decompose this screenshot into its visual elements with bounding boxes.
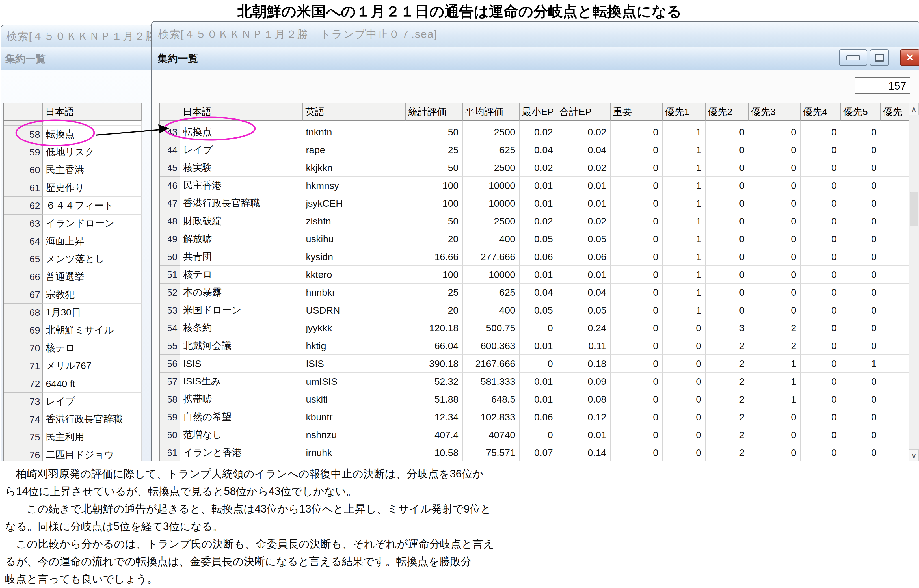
vertical-scrollbar[interactable]: ∧ ∨	[909, 103, 919, 461]
record-count-field[interactable]: 157	[855, 78, 910, 94]
column-header-2[interactable]: 英語	[303, 103, 406, 121]
value-cell: 0	[662, 408, 706, 426]
column-header-11[interactable]: 優先4	[801, 103, 841, 121]
value-cell: 0	[801, 159, 841, 177]
table-row[interactable]: 67宗教犯	[4, 286, 142, 304]
column-header-13[interactable]: 優先	[881, 103, 909, 121]
column-header-3[interactable]: 統計評価	[406, 103, 463, 121]
table-row[interactable]: 55北戴河会議hktig66.04600.3630.010.11002200	[160, 337, 909, 355]
scrollbar-thumb[interactable]	[910, 192, 919, 226]
table-row[interactable]: 726440 ft	[4, 375, 142, 393]
table-row[interactable]: 60范増なしnshnzu407.44074000.01002000	[160, 426, 909, 444]
table-row[interactable]: 47香港行政長官辞職jsykCEH100100000.010.01010000	[160, 194, 909, 212]
value-cell: 0.14	[557, 444, 611, 461]
table-row[interactable]: 56ISISISIS390.182167.66600.18002101	[160, 355, 909, 373]
value-cell	[881, 319, 909, 337]
value-cell	[881, 177, 909, 194]
table-row[interactable]: 45核実験kkjkkn5025000.020.02010000	[160, 159, 909, 177]
column-header-1[interactable]: 日本語	[180, 103, 303, 121]
table-row[interactable]: 74香港行政長官辞職	[4, 410, 142, 428]
column-header-12[interactable]: 優先5	[841, 103, 881, 121]
footer-line: なる。同様に分岐点は5位を経て3位になる。	[5, 518, 486, 535]
table-row[interactable]: 60民主香港	[4, 161, 142, 179]
table-row[interactable]: 51核テロkktero100100000.010.01010000	[160, 266, 909, 284]
japanese-cell: 低地リスク	[43, 143, 142, 161]
table-row[interactable]: 73レイプ	[4, 393, 142, 410]
table-row[interactable]: 66普通選挙	[4, 268, 142, 286]
row-number-cell: 76	[12, 446, 43, 461]
column-header-10[interactable]: 優先3	[749, 103, 801, 121]
minimize-button[interactable]	[839, 50, 867, 66]
table-row[interactable]: 44レイプrape256250.040.04010000	[160, 141, 909, 159]
scrollbar-down-button[interactable]: ∨	[909, 449, 919, 461]
value-cell: 0	[611, 301, 662, 319]
table-row[interactable]: 53米国ドローンUSDRN204000.050.05010000	[160, 301, 909, 319]
value-cell	[881, 230, 909, 248]
row-number-cell: 62	[12, 197, 43, 215]
column-header-8[interactable]: 優先1	[662, 103, 706, 121]
value-cell: 0	[611, 230, 662, 248]
table-row[interactable]: 63イランドローン	[4, 215, 142, 233]
row-number-cell: 59	[168, 408, 180, 426]
table-row[interactable]: 43転換点tnkntn5025000.020.02010000	[160, 123, 909, 141]
column-header-6[interactable]: 合計EP	[557, 103, 611, 121]
column-header-5[interactable]: 最小EP	[520, 103, 557, 121]
table-row[interactable]: 48財政破綻zishtn5025000.020.02010000	[160, 212, 909, 230]
value-cell: 0	[841, 408, 881, 426]
scrollbar-up-button[interactable]: ∧	[909, 103, 919, 115]
close-button[interactable]: ✕	[900, 50, 919, 66]
table-row[interactable]: 75民主利用	[4, 428, 142, 446]
left-panel-title: 集約一覧	[5, 52, 46, 66]
table-row[interactable]: 70核テロ	[4, 339, 142, 357]
row-number-cell: 63	[12, 215, 43, 233]
value-cell: 0.02	[557, 123, 611, 141]
value-cell: 2	[706, 373, 749, 390]
table-row[interactable]: 681月30日	[4, 304, 142, 321]
table-row[interactable]: 49解放嘘uskihu204000.050.05010000	[160, 230, 909, 248]
value-cell: 0	[841, 337, 881, 355]
table-row[interactable]: 52本の暴露hnnbkr256250.040.04010000	[160, 284, 909, 301]
value-cell: 2500	[463, 159, 520, 177]
value-cell: 0	[706, 248, 749, 266]
row-strip-cell	[4, 375, 12, 393]
table-row[interactable]: 57ISIS生みumISIS52.32581.3330.010.09002100	[160, 373, 909, 390]
value-cell: 0	[611, 337, 662, 355]
value-cell: 390.18	[406, 355, 463, 373]
table-row[interactable]: 59自然の希望kbuntr12.34102.8330.060.12002000	[160, 408, 909, 426]
row-strip-cell	[160, 373, 168, 390]
table-row[interactable]: 64海面上昇	[4, 233, 142, 250]
table-row[interactable]: 69北朝鮮ミサイル	[4, 321, 142, 339]
spacer-cell	[557, 121, 611, 123]
table-row[interactable]: 59低地リスク	[4, 143, 142, 161]
table-row[interactable]: 58携帯嘘uskiti51.88648.50.010.08002100	[160, 390, 909, 408]
value-cell: 0	[841, 444, 881, 461]
value-cell: 3	[706, 319, 749, 337]
table-row[interactable]: 54核条約jyykkk120.18500.7500.24003200	[160, 319, 909, 337]
table-row[interactable]: 61歴史作り	[4, 179, 142, 197]
japanese-cell: 香港行政長官辞職	[43, 410, 142, 428]
right-window-titlebar[interactable]: 検索[４５０ＫＫＮＰ１月２勝＿トランプ中止０７.sea]	[152, 22, 919, 47]
row-strip-cell	[160, 284, 168, 301]
table-row[interactable]: 58転換点	[4, 126, 142, 143]
restore-button[interactable]	[870, 50, 889, 66]
value-cell: 0.01	[557, 426, 611, 444]
value-cell: 0.02	[557, 212, 611, 230]
table-row[interactable]: 76二匹目ドジョウ	[4, 446, 142, 461]
table-row[interactable]: 46民主香港hkmnsy100100000.010.01010000	[160, 177, 909, 194]
japanese-cell: ６４４フィート	[43, 197, 142, 215]
table-row[interactable]: 71メリル767	[4, 357, 142, 375]
column-header-7[interactable]: 重要	[611, 103, 662, 121]
value-cell: 0	[801, 141, 841, 159]
column-header-4[interactable]: 平均評価	[463, 103, 520, 121]
table-row[interactable]: 61イランと香港irnuhk10.5875.5710.070.14002000	[160, 444, 909, 461]
left-summary-table: 日本語 58転換点59低地リスク60民主香港61歴史作り62６４４フィート63イ…	[3, 103, 142, 461]
column-header-japanese-left[interactable]: 日本語	[43, 103, 142, 121]
english-cell: ISIS	[303, 355, 406, 373]
left-window-titlebar[interactable]: 検索[４５０ＫＫＮＰ１月２勝	[1, 26, 153, 47]
value-cell: 120.18	[406, 319, 463, 337]
table-row[interactable]: 65メンツ落とし	[4, 250, 142, 268]
column-header-9[interactable]: 優先2	[706, 103, 749, 121]
table-row[interactable]: 62６４４フィート	[4, 197, 142, 215]
minimize-icon	[846, 55, 860, 60]
table-row[interactable]: 50共青団kysidn16.66277.6660.060.06010000	[160, 248, 909, 266]
